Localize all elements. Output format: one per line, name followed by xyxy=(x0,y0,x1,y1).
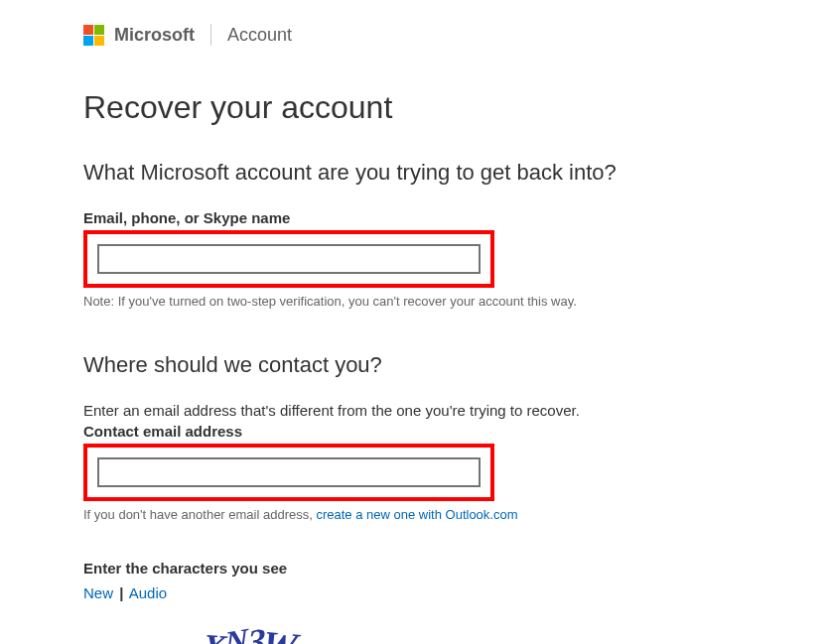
header-section-label: Account xyxy=(227,25,292,46)
account-identifier-highlight xyxy=(83,230,494,288)
contact-email-highlight xyxy=(83,444,494,501)
two-step-note: Note: If you've turned on two-step verif… xyxy=(83,294,745,309)
captcha-controls: New | Audio xyxy=(83,584,745,601)
captcha-label: Enter the characters you see xyxy=(83,560,745,577)
contact-instruction: Enter an email address that's different … xyxy=(83,402,745,419)
account-identifier-input[interactable] xyxy=(97,244,481,274)
brand-name: Microsoft xyxy=(114,25,195,46)
captcha-separator: | xyxy=(119,584,123,601)
outlook-hint-prefix: If you don't have another email address, xyxy=(83,507,316,522)
section-contact-heading: Where should we contact you? xyxy=(83,352,745,378)
microsoft-logo-icon xyxy=(83,25,104,46)
contact-email-label: Contact email address xyxy=(83,423,745,440)
header-divider xyxy=(210,24,211,46)
outlook-hint: If you don't have another email address,… xyxy=(83,507,745,522)
captcha-new-link[interactable]: New xyxy=(83,584,113,601)
captcha-image: XN3W xyxy=(200,605,749,644)
account-identifier-label: Email, phone, or Skype name xyxy=(83,209,745,226)
page-title: Recover your account xyxy=(83,89,745,126)
section-account-heading: What Microsoft account are you trying to… xyxy=(83,160,745,186)
create-outlook-link[interactable]: create a new one with Outlook.com xyxy=(316,507,517,522)
contact-email-input[interactable] xyxy=(97,457,481,487)
page-header: Microsoft Account xyxy=(83,24,745,46)
captcha-audio-link[interactable]: Audio xyxy=(129,584,167,601)
